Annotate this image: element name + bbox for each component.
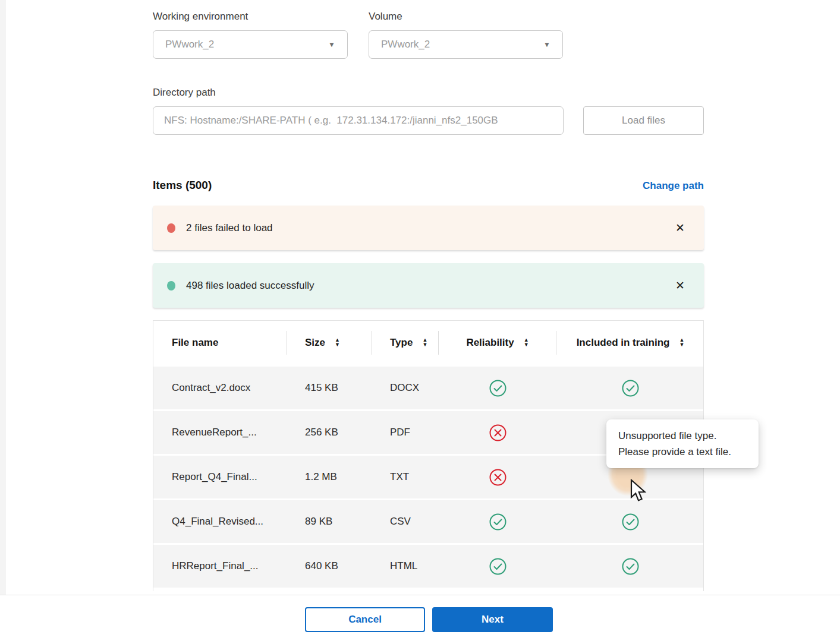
column-header-reliability[interactable]: Reliability▲▼	[439, 321, 556, 365]
volume-select[interactable]: PWwork_2 ▼	[369, 30, 563, 59]
file-type-cell: DOCX	[372, 365, 439, 409]
reliability-cell	[439, 409, 556, 454]
panel-edge-background	[0, 0, 6, 595]
directory-path-field: Directory path Load files	[153, 87, 704, 135]
file-name-cell: Report_Q4_Final...	[153, 454, 287, 498]
column-label: Type	[390, 337, 413, 349]
file-size-cell: 256 KB	[287, 409, 372, 454]
x-circle-icon[interactable]	[489, 424, 506, 441]
file-type-cell: HTML	[372, 543, 439, 588]
included-in-training-cell	[556, 543, 704, 588]
chevron-down-icon: ▼	[328, 40, 335, 49]
table-row: HRReport_Final_...640 KBHTML	[153, 543, 704, 588]
file-name-cell: HRReport_Final_...	[153, 543, 287, 588]
file-size-cell: 415 KB	[287, 365, 372, 409]
reliability-cell	[439, 543, 556, 588]
items-count-title: Items (500)	[153, 179, 212, 192]
cancel-button[interactable]: Cancel	[305, 607, 425, 632]
sort-icon[interactable]: ▲▼	[422, 338, 427, 348]
file-loader-panel: Working environment PWwork_2 ▼ Volume PW…	[0, 0, 840, 644]
close-icon[interactable]: ✕	[671, 276, 690, 295]
column-label: File name	[172, 337, 218, 349]
items-header: Items (500) Change path	[153, 179, 704, 192]
file-name-cell: RevenueReport_...	[153, 409, 287, 454]
file-type-cell: PDF	[372, 409, 439, 454]
column-label: Size	[305, 337, 325, 349]
table-row: Q4_Final_Revised...89 KBCSV	[153, 498, 704, 543]
directory-path-label: Directory path	[153, 87, 704, 99]
volume-value: PWwork_2	[381, 39, 430, 50]
check-circle-icon[interactable]	[489, 513, 506, 531]
column-label: Included in training	[577, 337, 670, 349]
working-environment-field: Working environment PWwork_2 ▼	[153, 11, 348, 59]
reliability-cell	[439, 454, 556, 498]
error-banner-text: 2 files failed to load	[186, 222, 671, 234]
check-circle-icon[interactable]	[622, 380, 639, 397]
unsupported-file-tooltip: Unsupported file type. Please provide a …	[606, 419, 759, 468]
file-size-cell: 640 KB	[287, 543, 372, 588]
file-size-cell: 1.2 MB	[287, 454, 372, 498]
load-files-button[interactable]: Load files	[583, 106, 704, 135]
chevron-down-icon: ▼	[543, 40, 550, 49]
main-content: Working environment PWwork_2 ▼ Volume PW…	[153, 11, 704, 591]
check-circle-icon[interactable]	[489, 558, 506, 575]
next-button[interactable]: Next	[432, 607, 553, 632]
check-circle-icon[interactable]	[489, 380, 506, 397]
table-row: Contract_v2.docx415 KBDOCX	[153, 365, 704, 409]
error-banner: 2 files failed to load ✕	[153, 206, 704, 250]
footer-bar: Cancel Next	[0, 595, 840, 644]
column-label: Reliability	[466, 337, 514, 349]
column-header-included-in-training[interactable]: Included in training▲▼	[556, 321, 704, 365]
check-circle-icon[interactable]	[622, 558, 639, 575]
check-circle-icon[interactable]	[622, 513, 639, 531]
sort-icon[interactable]: ▲▼	[679, 338, 684, 348]
tooltip-line-1: Unsupported file type.	[618, 428, 747, 444]
working-environment-label: Working environment	[153, 11, 348, 23]
file-size-cell: 89 KB	[287, 498, 372, 543]
x-circle-icon[interactable]	[489, 469, 506, 486]
reliability-cell	[439, 498, 556, 543]
environment-volume-row: Working environment PWwork_2 ▼ Volume PW…	[153, 11, 704, 59]
x-circle-icon[interactable]	[622, 469, 639, 486]
directory-path-input[interactable]	[153, 106, 564, 135]
file-type-cell: CSV	[372, 498, 439, 543]
column-header-file-name: File name	[153, 321, 287, 365]
file-name-cell: Q4_Final_Revised...	[153, 498, 287, 543]
working-environment-value: PWwork_2	[165, 39, 214, 50]
column-header-size[interactable]: Size▲▼	[287, 321, 372, 365]
included-in-training-cell	[556, 365, 704, 409]
success-dot-icon	[167, 281, 175, 291]
tooltip-line-2: Please provide a text file.	[618, 444, 747, 460]
working-environment-select[interactable]: PWwork_2 ▼	[153, 30, 348, 59]
file-type-cell: TXT	[372, 454, 439, 498]
error-dot-icon	[167, 223, 175, 233]
volume-label: Volume	[369, 11, 563, 23]
table-header: File nameSize▲▼Type▲▼Reliability▲▼Includ…	[153, 321, 704, 365]
change-path-link[interactable]: Change path	[643, 180, 704, 192]
file-name-cell: Contract_v2.docx	[153, 365, 287, 409]
sort-icon[interactable]: ▲▼	[335, 338, 340, 348]
success-banner: 498 files loaded successfully ✕	[153, 263, 704, 308]
volume-field: Volume PWwork_2 ▼	[369, 11, 563, 59]
reliability-cell	[439, 365, 556, 409]
included-in-training-cell	[556, 498, 704, 543]
success-banner-text: 498 files loaded successfully	[186, 280, 671, 292]
close-icon[interactable]: ✕	[671, 219, 690, 237]
column-header-type[interactable]: Type▲▼	[372, 321, 439, 365]
sort-icon[interactable]: ▲▼	[524, 338, 529, 348]
